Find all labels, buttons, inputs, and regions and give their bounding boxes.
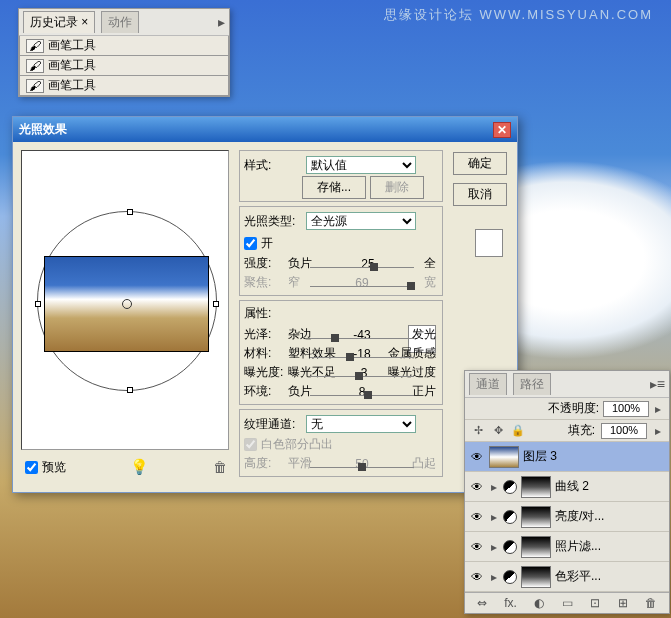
gloss-slider[interactable]: 杂边-43发光 (286, 328, 438, 342)
dialog-title: 光照效果 (19, 121, 67, 138)
adjustment-icon (503, 480, 517, 494)
layer-item[interactable]: 👁 ▸ 色彩平... (465, 562, 669, 592)
save-button[interactable]: 存储... (302, 176, 366, 199)
add-mask-icon[interactable]: ◐ (534, 596, 544, 610)
lock-position-icon[interactable]: ✥ (491, 424, 505, 438)
layer-name: 色彩平... (555, 568, 601, 585)
white-high-checkbox: 白色部分凸出 (244, 436, 438, 453)
lightbulb-icon[interactable]: 💡 (130, 458, 149, 476)
light-color-swatch[interactable] (475, 229, 503, 257)
tab-channels[interactable]: 通道 (469, 373, 507, 395)
brush-icon: 🖌 (26, 39, 44, 53)
preview-checkbox[interactable]: 预览 (25, 459, 66, 476)
exposure-slider[interactable]: 曝光不足-3曝光过度 (286, 366, 438, 380)
link-layers-icon[interactable]: ⇔ (477, 596, 487, 610)
tab-history[interactable]: 历史记录 × (23, 11, 95, 33)
material-slider[interactable]: 塑料效果-18金属质感 (286, 347, 438, 361)
opacity-label: 不透明度: (548, 400, 599, 417)
texture-channel-select[interactable]: 无 (306, 415, 416, 433)
history-item-label: 画笔工具 (48, 37, 96, 54)
intensity-slider[interactable]: 负片25全 (286, 257, 438, 271)
layer-item[interactable]: 👁 ▸ 照片滤... (465, 532, 669, 562)
palette-menu-icon[interactable]: ▸ (218, 14, 225, 30)
fill-label: 填充: (568, 422, 595, 439)
visibility-icon[interactable]: 👁 (469, 510, 485, 524)
visibility-icon[interactable]: 👁 (469, 480, 485, 494)
preview-thumbnail (44, 256, 209, 352)
layer-mask-thumbnail (521, 566, 551, 588)
history-item[interactable]: 🖌 画笔工具 (19, 36, 229, 56)
layer-item[interactable]: 👁 ▸ 亮度/对... (465, 502, 669, 532)
visibility-icon[interactable]: 👁 (469, 450, 485, 464)
lighting-effects-dialog: 光照效果 ✕ 预览 💡 🗑 (12, 116, 518, 493)
focus-slider: 窄69宽 (286, 276, 438, 290)
cancel-button[interactable]: 取消 (453, 183, 507, 206)
style-label: 样式: (244, 157, 302, 174)
style-select[interactable]: 默认值 (306, 156, 416, 174)
new-layer-icon[interactable]: ⊞ (618, 596, 628, 610)
watermark-text: 思缘设计论坛 WWW.MISSYUAN.COM (384, 6, 653, 24)
history-item[interactable]: 🖌 画笔工具 (19, 56, 229, 76)
close-button[interactable]: ✕ (493, 122, 511, 138)
layer-item[interactable]: 👁 图层 3 (465, 442, 669, 472)
new-group-icon[interactable]: ⊡ (590, 596, 600, 610)
chevron-right-icon[interactable]: ▸ (653, 424, 663, 438)
palette-menu-icon[interactable]: ▸≡ (650, 376, 665, 392)
adjustment-icon (503, 570, 517, 584)
tab-actions[interactable]: 动作 (101, 11, 139, 33)
layers-palette: 通道 路径 ▸≡ 不透明度: 100% ▸ ✢ ✥ 🔒 填充: 100% ▸ 👁… (464, 370, 670, 614)
height-slider: 平滑50凸起 (286, 457, 438, 471)
intensity-label: 强度: (244, 255, 284, 272)
history-item-label: 画笔工具 (48, 77, 96, 94)
fill-input[interactable]: 100% (601, 423, 647, 439)
lock-all-icon[interactable]: 🔒 (511, 424, 525, 438)
adjustment-layer-icon[interactable]: ▭ (562, 596, 573, 610)
layer-name: 图层 3 (523, 448, 557, 465)
tab-paths[interactable]: 路径 (513, 373, 551, 395)
ok-button[interactable]: 确定 (453, 152, 507, 175)
adjustment-icon (503, 510, 517, 524)
layer-thumbnail (489, 446, 519, 468)
history-item-label: 画笔工具 (48, 57, 96, 74)
chevron-right-icon[interactable]: ▸ (653, 402, 663, 416)
preview-label: 预览 (42, 459, 66, 476)
light-type-label: 光照类型: (244, 213, 302, 230)
focus-label: 聚焦: (244, 274, 284, 291)
layer-mask-thumbnail (521, 476, 551, 498)
opacity-input[interactable]: 100% (603, 401, 649, 417)
preview-area[interactable] (21, 150, 229, 450)
history-item[interactable]: 🖌 画笔工具 (19, 76, 229, 96)
layer-name: 照片滤... (555, 538, 601, 555)
visibility-icon[interactable]: 👁 (469, 540, 485, 554)
layer-mask-thumbnail (521, 536, 551, 558)
layer-item[interactable]: 👁 ▸ 曲线 2 (465, 472, 669, 502)
history-palette: 历史记录 × 动作 ▸ 🖌 画笔工具 🖌 画笔工具 🖌 画笔工具 (18, 8, 230, 97)
adjustment-icon (503, 540, 517, 554)
texture-channel-label: 纹理通道: (244, 416, 302, 433)
brush-icon: 🖌 (26, 59, 44, 73)
delete-button: 删除 (370, 176, 424, 199)
layer-mask-thumbnail (521, 506, 551, 528)
visibility-icon[interactable]: 👁 (469, 570, 485, 584)
ambience-slider[interactable]: 负片8正片 (286, 385, 438, 399)
props-label: 属性: (244, 305, 438, 322)
layer-name: 亮度/对... (555, 508, 604, 525)
lock-pixels-icon[interactable]: ✢ (471, 424, 485, 438)
layer-effects-icon[interactable]: fx. (504, 596, 517, 610)
light-type-select[interactable]: 全光源 (306, 212, 416, 230)
delete-layer-icon[interactable]: 🗑 (645, 596, 657, 610)
brush-icon: 🖌 (26, 79, 44, 93)
trash-icon[interactable]: 🗑 (213, 459, 227, 475)
layer-name: 曲线 2 (555, 478, 589, 495)
on-checkbox[interactable]: 开 (244, 235, 273, 252)
